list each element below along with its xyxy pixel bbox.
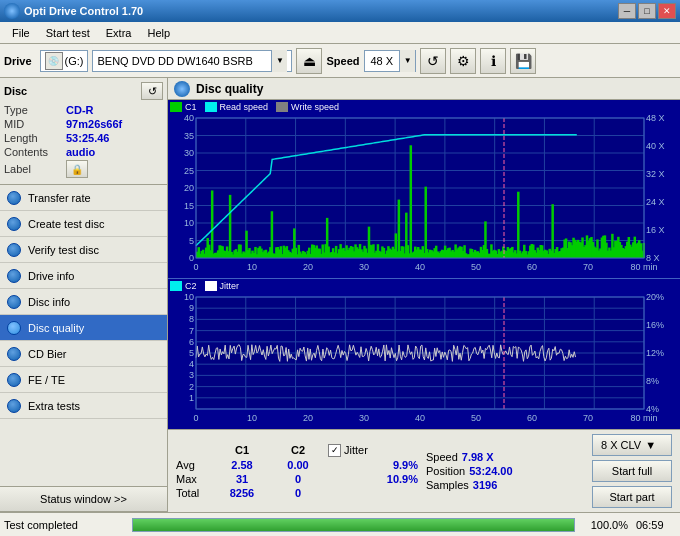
maximize-button[interactable]: □ (638, 3, 656, 19)
write-speed-label: Write speed (291, 102, 339, 112)
minimize-button[interactable]: ─ (618, 3, 636, 19)
drive-select[interactable]: 💿 (G:) (40, 50, 89, 72)
menu-help[interactable]: Help (139, 25, 178, 41)
elapsed-time: 06:59 (636, 519, 676, 531)
max-jitter: 10.9% (328, 473, 418, 485)
label-button[interactable]: 🔒 (66, 160, 88, 178)
status-text: Test completed (4, 519, 124, 531)
c1-chart (168, 100, 680, 278)
sidebar-item-create-test-disc[interactable]: Create test disc (0, 211, 167, 237)
type-value: CD-R (66, 104, 94, 116)
contents-label: Contents (4, 146, 66, 158)
label-label: Label (4, 163, 66, 175)
position-label: Position (426, 465, 465, 477)
sidebar-item-fe-te[interactable]: FE / TE (0, 367, 167, 393)
sidebar-item-disc-info[interactable]: Disc info (0, 289, 167, 315)
window-title: Opti Drive Control 1.70 (24, 5, 143, 17)
verify-test-icon (7, 243, 21, 257)
c1-legend: C1 (170, 102, 197, 112)
jitter-header: Jitter (344, 444, 368, 456)
main-area: Disc ↺ Type CD-R MID 97m26s66f Length 53… (0, 78, 680, 512)
drive-dropdown-arrow[interactable]: ▼ (271, 50, 287, 72)
progress-percent: 100.0% (583, 519, 628, 531)
c1-header: C1 (216, 444, 268, 457)
speed-label: Speed (326, 55, 359, 67)
sidebar-item-drive-info[interactable]: Drive info (0, 263, 167, 289)
disc-quality-label: Disc quality (28, 322, 84, 334)
close-button[interactable]: ✕ (658, 3, 676, 19)
jitter-label: Jitter (220, 281, 240, 291)
sidebar-item-verify-test-disc[interactable]: Verify test disc (0, 237, 167, 263)
drive-icon: 💿 (45, 52, 63, 70)
drive-name: BENQ DVD DD DW1640 BSRB (97, 55, 271, 67)
disc-quality-title: Disc quality (196, 82, 263, 96)
speed-dropdown[interactable]: 48 X ▼ (364, 50, 417, 72)
transfer-rate-icon (7, 191, 21, 205)
write-speed-legend: Write speed (276, 102, 339, 112)
c2-header: C2 (272, 444, 324, 457)
length-label: Length (4, 132, 66, 144)
disc-quality-header: Disc quality (168, 78, 680, 100)
fe-te-icon (7, 373, 21, 387)
avg-label: Avg (176, 459, 212, 471)
extra-tests-label: Extra tests (28, 400, 80, 412)
speed-mode-button[interactable]: 8 X CLV ▼ (592, 434, 672, 456)
disc-quality-icon (7, 321, 21, 335)
status-window-button[interactable]: Status window >> (0, 486, 167, 512)
drive-dropdown[interactable]: BENQ DVD DD DW1640 BSRB ▼ (92, 50, 292, 72)
total-label: Total (176, 487, 212, 499)
fe-te-label: FE / TE (28, 374, 65, 386)
sidebar-item-cd-bier[interactable]: CD Bier (0, 341, 167, 367)
menu-bar: File Start test Extra Help (0, 22, 680, 44)
disc-info-label: Disc info (28, 296, 70, 308)
menu-file[interactable]: File (4, 25, 38, 41)
position-value: 53:24.00 (469, 465, 512, 477)
drive-prefix: (G:) (65, 55, 84, 67)
mid-value: 97m26s66f (66, 118, 122, 130)
c2-legend: C2 (170, 281, 197, 291)
eject-button[interactable]: ⏏ (296, 48, 322, 74)
disc-refresh-button[interactable]: ↺ (141, 82, 163, 100)
sidebar-item-disc-quality[interactable]: Disc quality (0, 315, 167, 341)
total-c2: 0 (272, 487, 324, 499)
jitter-checkbox[interactable]: ✓ (328, 444, 341, 457)
max-c2: 0 (272, 473, 324, 485)
menu-start-test[interactable]: Start test (38, 25, 98, 41)
avg-jitter: 9.9% (328, 459, 418, 471)
c2-color (170, 281, 182, 291)
jitter-color (205, 281, 217, 291)
speed-info-label: Speed (426, 451, 458, 463)
verify-test-label: Verify test disc (28, 244, 99, 256)
save-button[interactable]: 💾 (510, 48, 536, 74)
samples-value: 3196 (473, 479, 497, 491)
config-button[interactable]: ⚙ (450, 48, 476, 74)
disc-quality-header-icon (174, 81, 190, 97)
menu-extra[interactable]: Extra (98, 25, 140, 41)
extra-tests-icon (7, 399, 21, 413)
speed-dropdown-arrow[interactable]: ▼ (399, 50, 415, 72)
sidebar: Disc ↺ Type CD-R MID 97m26s66f Length 53… (0, 78, 168, 512)
cd-bier-icon (7, 347, 21, 361)
contents-value: audio (66, 146, 95, 158)
read-speed-color (205, 102, 217, 112)
samples-label: Samples (426, 479, 469, 491)
app-icon (4, 3, 20, 19)
progress-fill (133, 519, 574, 531)
disc-title: Disc (4, 85, 27, 97)
read-speed-label: Read speed (220, 102, 269, 112)
cd-bier-label: CD Bier (28, 348, 67, 360)
drive-label: Drive (4, 55, 32, 67)
drive-info-icon (7, 269, 21, 283)
progress-bar (132, 518, 575, 532)
type-label: Type (4, 104, 66, 116)
start-full-button[interactable]: Start full (592, 460, 672, 482)
start-part-button[interactable]: Start part (592, 486, 672, 508)
sidebar-item-transfer-rate[interactable]: Transfer rate (0, 185, 167, 211)
c2-chart (168, 279, 680, 429)
refresh-button[interactable]: ↺ (420, 48, 446, 74)
info-button[interactable]: ℹ (480, 48, 506, 74)
sidebar-item-extra-tests[interactable]: Extra tests (0, 393, 167, 419)
max-c1: 31 (216, 473, 268, 485)
speed-info-value: 7.98 X (462, 451, 494, 463)
create-test-label: Create test disc (28, 218, 104, 230)
